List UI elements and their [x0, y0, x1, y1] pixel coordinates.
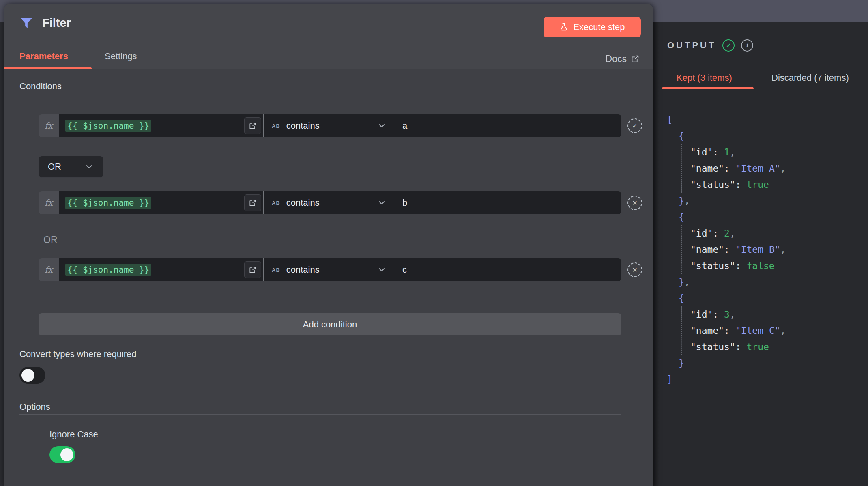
json-line: "name": "Item A",	[690, 160, 786, 176]
json-line: "status": true	[690, 176, 786, 193]
json-line: }	[679, 355, 786, 371]
expand-expression-icon	[249, 199, 257, 207]
output-title: OUTPUT	[667, 40, 716, 51]
json-line: ]	[667, 371, 786, 387]
output-header: OUTPUT ✓ i	[667, 39, 753, 52]
operator-type-icon: AB	[272, 200, 280, 206]
expand-expression-icon	[249, 122, 257, 130]
expression-value: {{ $json.name }}	[65, 264, 151, 276]
operator-select[interactable]: AB contains	[264, 258, 395, 281]
json-line: "name": "Item C",	[690, 323, 786, 339]
ignore-case-toggle[interactable]	[49, 446, 75, 463]
condition-row: fx {{ $json.name }} AB contains ✕	[39, 258, 621, 281]
operator-select[interactable]: AB contains	[264, 114, 395, 137]
json-line: "id": 2,	[690, 225, 786, 241]
docs-label: Docs	[606, 54, 627, 65]
chevron-down-icon	[377, 265, 387, 275]
output-panel: OUTPUT ✓ i Kept (3 items) Discarded (7 i…	[653, 22, 868, 486]
filter-node-icon	[19, 15, 34, 31]
expression-input[interactable]: {{ $json.name }}	[59, 258, 264, 281]
options-section-label: Options	[19, 402, 50, 412]
expression-value: {{ $json.name }}	[65, 197, 151, 209]
expression-input[interactable]: {{ $json.name }}	[59, 114, 264, 137]
output-tab-kept[interactable]: Kept (3 items)	[677, 73, 732, 83]
value-input[interactable]	[395, 120, 621, 131]
remove-condition-icon[interactable]: ✕	[627, 262, 642, 277]
json-line: {	[679, 128, 786, 144]
value-field	[395, 258, 621, 281]
conditions-divider	[19, 94, 621, 94]
condition-row: fx {{ $json.name }} AB contains ✕	[39, 191, 621, 214]
json-line: "id": 1,	[690, 144, 786, 160]
json-line: [	[667, 112, 786, 128]
expand-expression-button[interactable]	[244, 117, 261, 134]
execute-step-button[interactable]: Execute step	[544, 17, 641, 37]
output-tab-discarded[interactable]: Discarded (7 items)	[771, 73, 849, 83]
dialog-header: Filter Execute step Parameters Settings …	[4, 4, 653, 69]
expand-expression-button[interactable]	[244, 261, 261, 278]
json-line: "id": 3,	[690, 306, 786, 323]
json-line: "status": true	[690, 339, 786, 355]
add-condition-button[interactable]: Add condition	[39, 313, 621, 335]
json-line: "name": "Item B",	[690, 241, 786, 258]
value-input[interactable]	[395, 265, 621, 275]
ignore-case-label: Ignore Case	[49, 429, 98, 440]
toggle-knob	[21, 369, 34, 382]
combinator-value: OR	[48, 161, 61, 172]
json-line: {	[679, 209, 786, 225]
options-divider	[19, 414, 621, 415]
expression-input[interactable]: {{ $json.name }}	[59, 191, 264, 214]
active-tab-underline	[4, 67, 92, 69]
json-line: },	[679, 274, 786, 290]
convert-types-toggle[interactable]	[19, 367, 45, 384]
value-field	[395, 191, 621, 214]
node-title: Filter	[42, 16, 71, 30]
external-link-icon	[631, 55, 639, 63]
filter-node-dialog: Filter Execute step Parameters Settings …	[4, 4, 653, 486]
flask-icon	[559, 23, 568, 32]
fx-badge: fx	[39, 258, 59, 281]
expand-expression-button[interactable]	[244, 194, 261, 211]
output-active-tab-underline	[662, 87, 754, 89]
operator-type-icon: AB	[272, 267, 280, 273]
chevron-down-icon	[377, 121, 387, 131]
combinator-select[interactable]: OR	[39, 156, 103, 178]
expand-expression-icon	[249, 266, 257, 274]
tab-parameters[interactable]: Parameters	[19, 51, 68, 62]
value-input[interactable]	[395, 198, 621, 208]
json-line: },	[679, 193, 786, 209]
combinator-static-label: OR	[43, 234, 58, 245]
operator-value: contains	[286, 265, 320, 275]
fx-badge: fx	[39, 114, 59, 137]
toggle-knob	[60, 448, 73, 461]
tab-settings[interactable]: Settings	[105, 51, 137, 62]
docs-link[interactable]: Docs	[606, 54, 639, 65]
operator-type-icon: AB	[272, 123, 280, 129]
json-line: "status": false	[690, 258, 786, 274]
condition-valid-icon[interactable]: ✓	[627, 118, 642, 133]
execute-step-label: Execute step	[573, 22, 625, 32]
fx-badge: fx	[39, 191, 59, 214]
json-output-view: [{"id": 1,"name": "Item A","status": tru…	[667, 112, 786, 387]
chevron-down-icon	[84, 162, 94, 172]
convert-types-label: Convert types where required	[19, 349, 137, 359]
json-line: {	[679, 290, 786, 306]
operator-value: contains	[286, 120, 320, 131]
value-field	[395, 114, 621, 137]
output-info-icon[interactable]: i	[741, 39, 753, 52]
remove-condition-icon[interactable]: ✕	[627, 196, 642, 210]
operator-select[interactable]: AB contains	[264, 191, 395, 214]
expression-value: {{ $json.name }}	[65, 120, 151, 132]
condition-row: fx {{ $json.name }} AB contains ✓	[39, 114, 621, 137]
chevron-down-icon	[377, 198, 387, 208]
output-success-icon: ✓	[722, 39, 735, 52]
conditions-section-label: Conditions	[19, 81, 62, 92]
operator-value: contains	[286, 198, 320, 208]
